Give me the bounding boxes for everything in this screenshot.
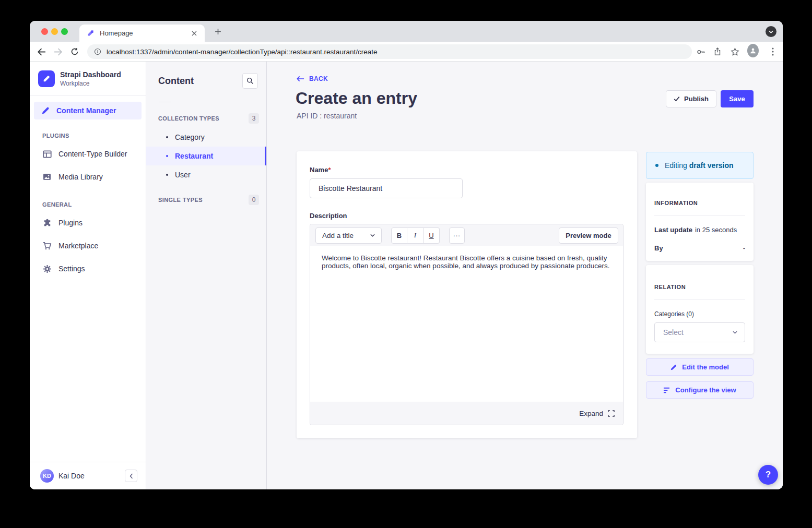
configure-view-button[interactable]: Configure the view xyxy=(646,381,754,399)
bold-button[interactable]: B xyxy=(391,227,407,244)
relation-panel: RELATION Categories (0) Select xyxy=(646,265,754,354)
description-editor: Add a title B I U ... Preview mode Welco… xyxy=(310,224,623,425)
search-button[interactable] xyxy=(242,73,258,89)
forward-icon[interactable] xyxy=(52,46,64,57)
publish-button[interactable]: Publish xyxy=(666,90,716,107)
collection-types-count-badge: 3 xyxy=(249,113,259,124)
minimize-window-button[interactable] xyxy=(51,28,58,35)
subnav-item-restaurant[interactable]: Restaurant xyxy=(146,147,266,165)
description-text: Welcome to Biscotte restaurant! Restaura… xyxy=(322,254,611,270)
save-button[interactable]: Save xyxy=(721,90,754,107)
by-row: By - xyxy=(654,244,745,252)
bookmark-star-icon[interactable] xyxy=(729,46,740,57)
sidebar-item-label: Content-Type Builder xyxy=(58,150,127,158)
relation-header: RELATION xyxy=(654,284,745,290)
maximize-window-button[interactable] xyxy=(61,28,68,35)
new-tab-button[interactable] xyxy=(211,25,224,38)
collection-types-header: COLLECTION TYPES xyxy=(158,115,219,122)
profile-avatar[interactable] xyxy=(747,45,759,56)
editor-toolbar: Add a title B I U ... Preview mode xyxy=(310,224,623,246)
by-value: - xyxy=(743,244,745,252)
page-title: Create an entry xyxy=(296,89,417,108)
share-icon[interactable] xyxy=(712,46,723,57)
browser-tab-strip: Homepage xyxy=(30,21,783,42)
sidebar-item-marketplace[interactable]: Marketplace xyxy=(30,234,146,257)
tab-search-chevron-icon[interactable] xyxy=(766,26,776,37)
sidebar-item-label: Media Library xyxy=(58,173,103,181)
tab-favicon-strapi-icon xyxy=(87,29,95,37)
workspace-title: Strapi Dashboard xyxy=(60,70,121,79)
main-content: BACK Create an entry API ID : restaurant… xyxy=(267,62,783,489)
sidebar-item-settings[interactable]: Settings xyxy=(30,257,146,280)
puzzle-piece-icon xyxy=(42,218,52,227)
site-info-icon[interactable] xyxy=(94,48,101,55)
feather-pen-icon xyxy=(41,106,50,115)
browser-tab[interactable]: Homepage xyxy=(79,25,205,42)
sidebar-section-general: GENERAL xyxy=(42,201,146,208)
underline-button[interactable]: U xyxy=(423,227,440,244)
subnav-item-label: User xyxy=(175,171,191,179)
entry-form-card: Name* Description Add a title B I U xyxy=(297,151,637,438)
title-style-select[interactable]: Add a title xyxy=(315,227,382,244)
main-sidebar: Strapi Dashboard Workplace Content Manag… xyxy=(30,62,146,489)
draft-status-banner: Editingdraft version xyxy=(646,152,754,179)
user-name: Kai Doe xyxy=(58,472,120,480)
shopping-cart-icon xyxy=(42,241,52,250)
sidebar-item-label: Settings xyxy=(58,265,85,273)
sidebar-item-plugins[interactable]: Plugins xyxy=(30,211,146,234)
more-formats-button[interactable]: ... xyxy=(449,227,465,244)
name-input[interactable] xyxy=(310,178,463,198)
url-bar[interactable]: localhost:1337/admin/content-manager/col… xyxy=(87,44,692,59)
panel-divider xyxy=(654,215,745,215)
preview-mode-button[interactable]: Preview mode xyxy=(559,227,618,244)
sidebar-item-label: Marketplace xyxy=(58,242,98,250)
strapi-logo-icon xyxy=(38,70,55,87)
user-avatar[interactable]: KD xyxy=(40,469,54,483)
workspace-subtitle: Workplace xyxy=(60,80,121,87)
name-field-label: Name* xyxy=(310,166,624,174)
format-button-group: B I U xyxy=(391,227,440,244)
entry-aside: Editingdraft version INFORMATION Last up… xyxy=(646,152,754,399)
subnav-item-label: Category xyxy=(175,133,205,141)
sidebar-item-media-library[interactable]: Media Library xyxy=(30,165,146,188)
configure-lines-icon xyxy=(663,387,670,393)
draft-status-emphasis: draft version xyxy=(689,161,734,170)
browser-menu-dots-icon[interactable] xyxy=(767,46,779,57)
browser-window: Homepage localhost:1337/admin/content-ma… xyxy=(30,21,783,489)
subnav-item-user[interactable]: User xyxy=(146,165,266,184)
sidebar-item-label: Plugins xyxy=(58,219,83,227)
subnav-divider xyxy=(159,102,171,102)
sidebar-item-label: Content Manager xyxy=(56,106,116,115)
layout-builder-icon xyxy=(42,149,52,159)
collapse-sidebar-button[interactable] xyxy=(125,470,137,482)
workspace-brand[interactable]: Strapi Dashboard Workplace xyxy=(30,62,146,95)
bullet-icon xyxy=(166,174,168,176)
edit-model-button[interactable]: Edit the model xyxy=(646,358,754,376)
bullet-icon xyxy=(166,155,168,157)
description-textarea[interactable]: Welcome to Biscotte restaurant! Restaura… xyxy=(310,246,623,402)
subnav-item-category[interactable]: Category xyxy=(146,128,266,147)
help-button[interactable]: ? xyxy=(758,465,778,485)
tab-close-icon[interactable] xyxy=(190,29,198,38)
expand-button[interactable]: Expand xyxy=(579,410,615,417)
single-types-header: SINGLE TYPES xyxy=(158,197,203,203)
sidebar-item-content-type-builder[interactable]: Content-Type Builder xyxy=(30,142,146,165)
media-image-icon xyxy=(42,172,52,182)
panel-divider xyxy=(654,299,745,299)
back-link[interactable]: BACK xyxy=(297,75,328,82)
subnav-item-label: Restaurant xyxy=(175,152,213,160)
close-window-button[interactable] xyxy=(41,28,48,35)
italic-button[interactable]: I xyxy=(407,227,423,244)
sidebar-divider xyxy=(30,95,146,95)
information-header: INFORMATION xyxy=(654,200,745,206)
sidebar-user-footer: KD Kai Doe xyxy=(30,462,146,489)
password-key-icon[interactable] xyxy=(695,46,707,57)
reload-icon[interactable] xyxy=(69,46,80,57)
categories-select[interactable]: Select xyxy=(654,322,745,342)
back-icon[interactable] xyxy=(36,46,47,57)
single-types-count-badge: 0 xyxy=(249,195,259,205)
subnav-title: Content xyxy=(158,76,194,87)
gear-icon xyxy=(42,264,52,273)
bullet-icon xyxy=(166,136,168,138)
sidebar-item-content-manager[interactable]: Content Manager xyxy=(34,102,142,119)
